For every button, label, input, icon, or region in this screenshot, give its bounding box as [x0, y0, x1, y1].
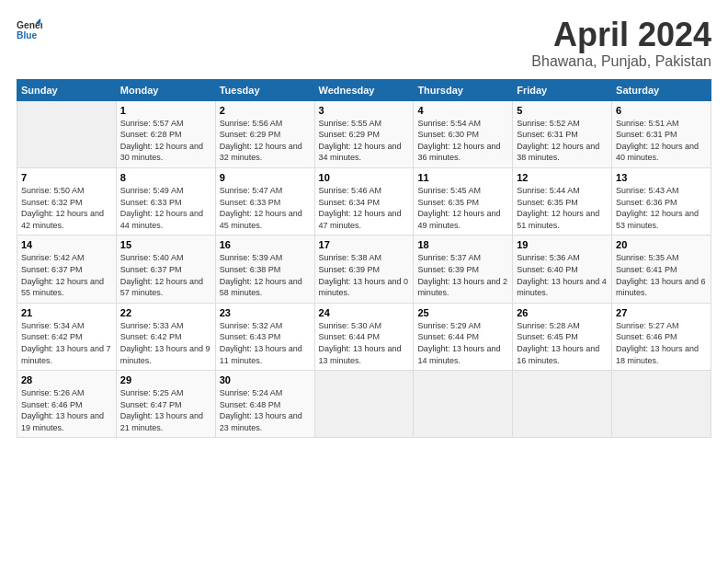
week-row-4: 21Sunrise: 5:34 AM Sunset: 6:42 PM Dayli… — [17, 303, 711, 370]
week-row-3: 14Sunrise: 5:42 AM Sunset: 6:37 PM Dayli… — [17, 236, 711, 303]
cell-info: Sunrise: 5:38 AM Sunset: 6:39 PM Dayligh… — [319, 252, 410, 298]
cell-info: Sunrise: 5:43 AM Sunset: 6:36 PM Dayligh… — [616, 185, 707, 231]
svg-text:Blue: Blue — [17, 30, 38, 40]
week-row-2: 7Sunrise: 5:50 AM Sunset: 6:32 PM Daylig… — [17, 167, 711, 235]
cell-info: Sunrise: 5:45 AM Sunset: 6:35 PM Dayligh… — [417, 185, 508, 231]
table-cell: 25Sunrise: 5:29 AM Sunset: 6:44 PM Dayli… — [414, 303, 513, 370]
table-cell: 15Sunrise: 5:40 AM Sunset: 6:37 PM Dayli… — [116, 236, 215, 303]
cell-info: Sunrise: 5:57 AM Sunset: 6:28 PM Dayligh… — [120, 118, 211, 164]
table-cell: 22Sunrise: 5:33 AM Sunset: 6:42 PM Dayli… — [116, 303, 215, 370]
table-cell: 6Sunrise: 5:51 AM Sunset: 6:31 PM Daylig… — [612, 100, 711, 167]
header: General Blue April 2024 Bhawana, Punjab,… — [17, 17, 711, 70]
day-number: 5 — [517, 105, 608, 116]
table-cell: 7Sunrise: 5:50 AM Sunset: 6:32 PM Daylig… — [17, 167, 117, 235]
table-cell: 17Sunrise: 5:38 AM Sunset: 6:39 PM Dayli… — [314, 236, 414, 303]
table-cell: 16Sunrise: 5:39 AM Sunset: 6:38 PM Dayli… — [215, 236, 314, 303]
main-title: April 2024 — [531, 17, 711, 53]
day-number: 8 — [120, 172, 211, 183]
cell-info: Sunrise: 5:26 AM Sunset: 6:46 PM Dayligh… — [21, 387, 112, 433]
table-cell: 11Sunrise: 5:45 AM Sunset: 6:35 PM Dayli… — [414, 167, 513, 235]
table-cell: 20Sunrise: 5:35 AM Sunset: 6:41 PM Dayli… — [612, 236, 711, 303]
day-number: 7 — [21, 172, 112, 183]
table-cell: 13Sunrise: 5:43 AM Sunset: 6:36 PM Dayli… — [612, 167, 711, 235]
col-tuesday: Tuesday — [215, 79, 314, 100]
cell-info: Sunrise: 5:52 AM Sunset: 6:31 PM Dayligh… — [517, 118, 608, 164]
table-cell: 27Sunrise: 5:27 AM Sunset: 6:46 PM Dayli… — [612, 303, 711, 370]
table-cell: 8Sunrise: 5:49 AM Sunset: 6:33 PM Daylig… — [116, 167, 215, 235]
cell-info: Sunrise: 5:37 AM Sunset: 6:39 PM Dayligh… — [417, 252, 508, 298]
day-number: 24 — [319, 307, 410, 318]
cell-info: Sunrise: 5:36 AM Sunset: 6:40 PM Dayligh… — [517, 252, 608, 298]
header-row: Sunday Monday Tuesday Wednesday Thursday… — [17, 79, 711, 100]
day-number: 28 — [21, 374, 112, 385]
day-number: 19 — [517, 239, 608, 250]
day-number: 1 — [120, 105, 211, 116]
week-row-5: 28Sunrise: 5:26 AM Sunset: 6:46 PM Dayli… — [17, 371, 711, 438]
day-number: 9 — [220, 172, 311, 183]
title-block: April 2024 Bhawana, Punjab, Pakistan — [531, 17, 711, 70]
col-wednesday: Wednesday — [314, 79, 414, 100]
cell-info: Sunrise: 5:47 AM Sunset: 6:33 PM Dayligh… — [220, 185, 311, 231]
day-number: 23 — [220, 307, 311, 318]
day-number: 3 — [319, 105, 410, 116]
cell-info: Sunrise: 5:51 AM Sunset: 6:31 PM Dayligh… — [616, 118, 707, 164]
table-cell — [612, 371, 711, 438]
table-cell: 29Sunrise: 5:25 AM Sunset: 6:47 PM Dayli… — [116, 371, 215, 438]
table-cell: 26Sunrise: 5:28 AM Sunset: 6:45 PM Dayli… — [513, 303, 612, 370]
cell-info: Sunrise: 5:35 AM Sunset: 6:41 PM Dayligh… — [616, 252, 707, 298]
table-cell: 3Sunrise: 5:55 AM Sunset: 6:29 PM Daylig… — [314, 100, 414, 167]
day-number: 26 — [517, 307, 608, 318]
cell-info: Sunrise: 5:32 AM Sunset: 6:43 PM Dayligh… — [220, 320, 311, 366]
table-cell: 30Sunrise: 5:24 AM Sunset: 6:48 PM Dayli… — [215, 371, 314, 438]
cell-info: Sunrise: 5:28 AM Sunset: 6:45 PM Dayligh… — [517, 320, 608, 366]
cell-info: Sunrise: 5:24 AM Sunset: 6:48 PM Dayligh… — [220, 387, 311, 433]
table-cell — [17, 100, 117, 167]
calendar-table: Sunday Monday Tuesday Wednesday Thursday… — [17, 79, 711, 439]
cell-info: Sunrise: 5:56 AM Sunset: 6:29 PM Dayligh… — [220, 118, 311, 164]
day-number: 2 — [220, 105, 311, 116]
logo: General Blue — [17, 17, 42, 42]
cell-info: Sunrise: 5:27 AM Sunset: 6:46 PM Dayligh… — [616, 320, 707, 366]
day-number: 12 — [517, 172, 608, 183]
cell-info: Sunrise: 5:29 AM Sunset: 6:44 PM Dayligh… — [417, 320, 508, 366]
cell-info: Sunrise: 5:49 AM Sunset: 6:33 PM Dayligh… — [120, 185, 211, 231]
day-number: 14 — [21, 239, 112, 250]
day-number: 13 — [616, 172, 707, 183]
day-number: 25 — [417, 307, 508, 318]
cell-info: Sunrise: 5:55 AM Sunset: 6:29 PM Dayligh… — [319, 118, 410, 164]
day-number: 20 — [616, 239, 707, 250]
cell-info: Sunrise: 5:39 AM Sunset: 6:38 PM Dayligh… — [220, 252, 311, 298]
day-number: 16 — [220, 239, 311, 250]
table-cell — [314, 371, 414, 438]
day-number: 10 — [319, 172, 410, 183]
table-cell: 24Sunrise: 5:30 AM Sunset: 6:44 PM Dayli… — [314, 303, 414, 370]
day-number: 27 — [616, 307, 707, 318]
col-thursday: Thursday — [414, 79, 513, 100]
day-number: 4 — [417, 105, 508, 116]
cell-info: Sunrise: 5:33 AM Sunset: 6:42 PM Dayligh… — [120, 320, 211, 366]
day-number: 21 — [21, 307, 112, 318]
cell-info: Sunrise: 5:25 AM Sunset: 6:47 PM Dayligh… — [120, 387, 211, 433]
day-number: 30 — [220, 374, 311, 385]
col-sunday: Sunday — [17, 79, 117, 100]
table-cell: 12Sunrise: 5:44 AM Sunset: 6:35 PM Dayli… — [513, 167, 612, 235]
cell-info: Sunrise: 5:34 AM Sunset: 6:42 PM Dayligh… — [21, 320, 112, 366]
table-cell: 14Sunrise: 5:42 AM Sunset: 6:37 PM Dayli… — [17, 236, 117, 303]
day-number: 11 — [417, 172, 508, 183]
table-cell — [414, 371, 513, 438]
table-cell: 21Sunrise: 5:34 AM Sunset: 6:42 PM Dayli… — [17, 303, 117, 370]
col-friday: Friday — [513, 79, 612, 100]
col-saturday: Saturday — [612, 79, 711, 100]
cell-info: Sunrise: 5:54 AM Sunset: 6:30 PM Dayligh… — [417, 118, 508, 164]
week-row-1: 1Sunrise: 5:57 AM Sunset: 6:28 PM Daylig… — [17, 100, 711, 167]
table-cell: 18Sunrise: 5:37 AM Sunset: 6:39 PM Dayli… — [414, 236, 513, 303]
day-number: 18 — [417, 239, 508, 250]
table-cell: 2Sunrise: 5:56 AM Sunset: 6:29 PM Daylig… — [215, 100, 314, 167]
subtitle: Bhawana, Punjab, Pakistan — [531, 53, 711, 70]
table-cell: 4Sunrise: 5:54 AM Sunset: 6:30 PM Daylig… — [414, 100, 513, 167]
page: General Blue April 2024 Bhawana, Punjab,… — [0, 0, 728, 563]
logo-icon: General Blue — [17, 17, 42, 42]
day-number: 22 — [120, 307, 211, 318]
cell-info: Sunrise: 5:50 AM Sunset: 6:32 PM Dayligh… — [21, 185, 112, 231]
cell-info: Sunrise: 5:30 AM Sunset: 6:44 PM Dayligh… — [319, 320, 410, 366]
